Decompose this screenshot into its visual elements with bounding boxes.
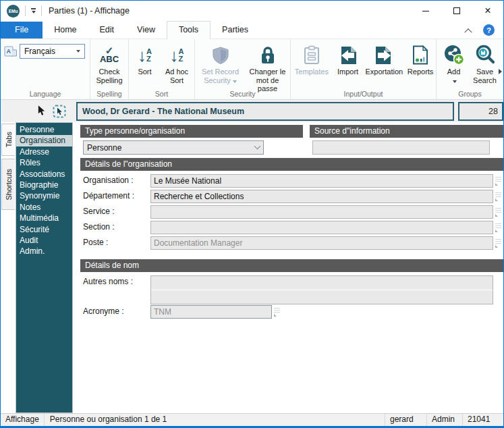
sidebar-item-audit[interactable]: Audit	[16, 235, 72, 246]
section-field[interactable]	[150, 221, 493, 234]
record-header-row: Wood, Dr Gerard - The National Museum 28	[1, 100, 503, 122]
people-plus-icon	[444, 45, 464, 65]
status-bar: Affichage Personne ou organisation 1 de …	[1, 413, 503, 426]
sidebar-item-notes[interactable]: Notes	[16, 202, 72, 213]
sidebar-item-organisation[interactable]: Organisation	[16, 135, 72, 146]
record-summary: Wood, Dr Gerard - The National Museum	[76, 102, 454, 121]
app-window: EMu Parties (1) - Affichage × File Home …	[0, 0, 504, 428]
acronyme-field: TNM	[150, 305, 272, 319]
sidebar-item-roles[interactable]: Rôles	[16, 157, 72, 168]
side-rail: Tabs Shortcuts	[1, 122, 16, 413]
autres-noms-row[interactable]	[151, 276, 493, 290]
tab-file[interactable]: File	[1, 22, 43, 38]
sidebar-item-adresse[interactable]: Adresse	[16, 146, 72, 157]
ribbon: A Français Language ✓ ABC Check Spelling…	[1, 39, 503, 100]
departement-label: Département :	[83, 190, 150, 203]
rail-tab-shortcuts[interactable]: Shortcuts	[1, 159, 15, 210]
tab-tools[interactable]: Tools	[167, 21, 211, 39]
shield-icon	[213, 46, 229, 65]
tab-edit[interactable]: Edit	[88, 22, 126, 38]
maximize-button[interactable]	[441, 1, 472, 21]
sidebar-item-admin[interactable]: Admin.	[16, 246, 72, 257]
sort-az-down-icon: ↓ AZ	[170, 47, 184, 64]
organisation-field[interactable]: Le Musée National	[150, 174, 493, 188]
sidebar-item-biographie[interactable]: Biographie	[16, 180, 72, 190]
app-logo-icon: EMu	[7, 5, 20, 18]
service-label: Service :	[83, 205, 150, 218]
sort-button[interactable]: ↓ AZ Sort	[130, 42, 160, 76]
clipboard-icon	[304, 45, 320, 65]
departement-field[interactable]: Recherche et Collections	[150, 190, 493, 203]
close-button[interactable]: ×	[472, 1, 503, 21]
collapse-ribbon-icon[interactable]	[464, 28, 472, 36]
document-arrow-right-icon	[374, 46, 393, 65]
tab-list-sidebar: Personne Organisation Adresse Rôles Asso…	[16, 122, 73, 413]
sidebar-item-personne[interactable]: Personne	[16, 124, 72, 135]
field-detail-icon[interactable]	[495, 192, 503, 201]
group-label-language: Language	[1, 90, 90, 98]
section-header-name-details: Détails de nom	[80, 259, 503, 272]
chevron-down-icon	[233, 80, 237, 83]
field-detail-icon[interactable]	[495, 223, 503, 232]
ribbon-group-language: A Français Language	[1, 39, 90, 99]
tab-view[interactable]: View	[125, 22, 167, 38]
sort-az-down-icon: ↓ AZ	[138, 47, 152, 64]
poste-field: Documentation Manager	[150, 236, 493, 250]
autres-noms-row[interactable]	[151, 290, 493, 304]
templates-button: Templates	[291, 42, 333, 76]
section-header-type: Type personne/organisation	[80, 125, 303, 138]
section-header-organisation-details: Détails de l"organisation	[80, 158, 503, 171]
export-button[interactable]: Exportation	[364, 42, 405, 76]
autres-noms-label: Autres noms :	[83, 275, 150, 288]
dashed-select-icon[interactable]	[53, 105, 66, 118]
language-select[interactable]: Français	[20, 44, 85, 59]
section-header-source: Source d"information	[310, 125, 503, 138]
window-title: Parties (1) - Affichage	[49, 6, 130, 16]
check-spelling-button[interactable]: ✓ ABC Check Spelling	[90, 42, 128, 84]
rail-tab-tabs[interactable]: Tabs	[1, 124, 15, 156]
group-label-spelling: Spelling	[90, 90, 128, 98]
reports-button[interactable]: Reports	[405, 42, 436, 76]
sidebar-item-multimedia[interactable]: Multimédia	[16, 213, 72, 223]
source-information-field[interactable]	[312, 140, 490, 155]
minimize-button[interactable]	[410, 1, 441, 21]
language-value: Français	[24, 47, 55, 56]
field-detail-icon[interactable]	[495, 176, 503, 186]
chevron-down-icon	[254, 143, 261, 150]
save-search-button[interactable]: Save Search	[469, 42, 501, 84]
group-label-input-output: Input/Output	[291, 90, 436, 98]
add-group-button[interactable]: Add	[439, 42, 469, 84]
tab-parties[interactable]: Parties	[211, 22, 260, 38]
group-label-sort: Sort	[129, 90, 194, 98]
abc-check-icon: ✓ ABC	[100, 46, 119, 64]
chevron-down-icon	[453, 80, 457, 83]
divider	[41, 5, 42, 16]
type-personne-select[interactable]: Personne	[83, 140, 264, 155]
divider	[25, 5, 26, 16]
sidebar-item-associations[interactable]: Associations	[16, 169, 72, 180]
acronyme-label: Acronyme :	[83, 305, 150, 318]
help-icon[interactable]: ?	[483, 24, 495, 36]
main-area: Tabs Shortcuts Personne Organisation Adr…	[1, 122, 503, 413]
ad-hoc-sort-button[interactable]: ↓ AZ Ad hoc Sort	[160, 42, 194, 84]
svg-text:A: A	[7, 48, 11, 55]
ribbon-scroll-right-icon[interactable]	[499, 69, 502, 74]
section-label: Section :	[83, 221, 150, 234]
field-detail-icon[interactable]	[274, 307, 282, 317]
field-detail-icon[interactable]	[495, 238, 503, 248]
record-form: Type personne/organisation Source d"info…	[76, 122, 503, 413]
ribbon-group-input-output: Templates Import	[291, 39, 437, 99]
quick-access-dropdown-icon[interactable]	[31, 8, 36, 14]
change-password-button[interactable]: Changer le mot de passe	[246, 42, 290, 93]
cursor-icon[interactable]	[37, 105, 46, 117]
autres-noms-grid[interactable]	[150, 275, 493, 304]
organisation-label: Organisation :	[83, 174, 150, 187]
field-detail-icon[interactable]	[495, 207, 503, 217]
tab-home[interactable]: Home	[43, 22, 88, 38]
title-bar: EMu Parties (1) - Affichage ×	[1, 1, 503, 21]
sidebar-item-synonymie[interactable]: Synonymie	[16, 190, 72, 201]
sidebar-item-securite[interactable]: Sécurité	[16, 224, 72, 235]
chevron-down-icon	[76, 50, 80, 53]
service-field[interactable]	[150, 205, 493, 219]
import-button[interactable]: Import	[333, 42, 364, 76]
